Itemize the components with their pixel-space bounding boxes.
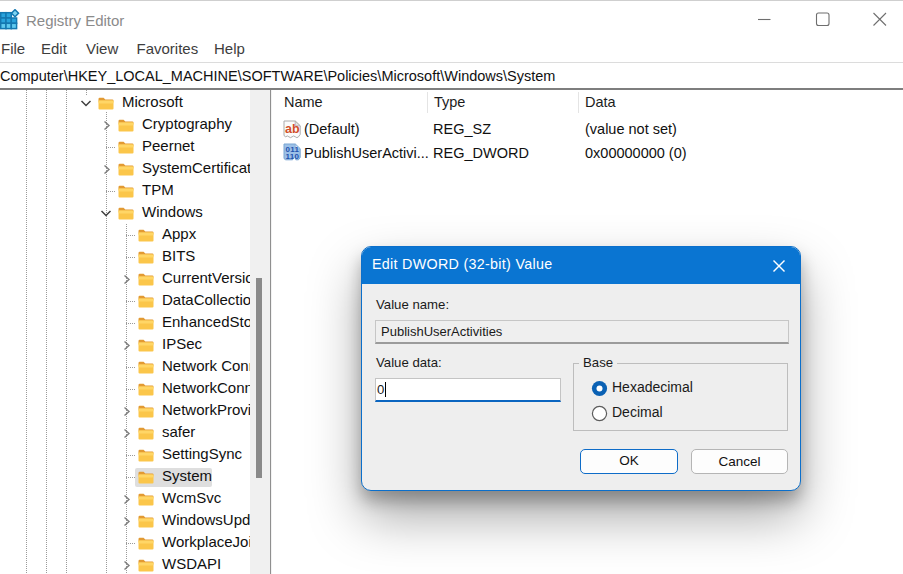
svg-text:110: 110 — [285, 152, 299, 161]
svg-text:ab: ab — [285, 122, 300, 136]
